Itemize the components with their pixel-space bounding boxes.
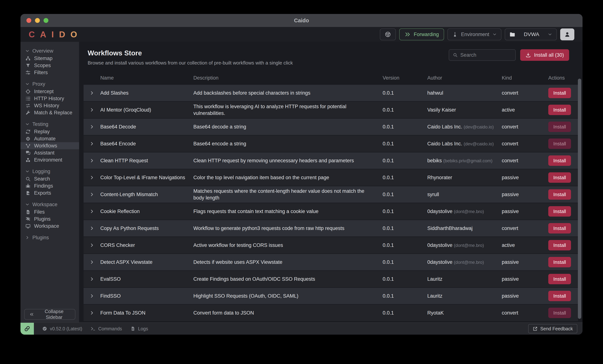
browser-icon <box>385 31 391 38</box>
workflow-name: Form Data To JSON <box>100 310 193 316</box>
install-button[interactable]: Install <box>548 308 571 318</box>
row-expand-icon[interactable] <box>89 90 95 96</box>
row-expand-icon[interactable] <box>89 175 95 180</box>
row-expand-icon[interactable] <box>89 141 95 146</box>
section-label: Overview <box>32 48 53 54</box>
install-all-button[interactable]: Install all (30) <box>520 49 569 61</box>
row-expand-icon[interactable] <box>89 192 95 197</box>
install-button[interactable]: Install <box>548 155 571 166</box>
sidebar-item-scopes[interactable]: Scopes <box>21 62 79 69</box>
sidebar-item-environment[interactable]: Environment <box>21 156 79 163</box>
install-button[interactable]: Install <box>548 206 571 217</box>
sidebar-item-match-replace[interactable]: Match & Replace <box>21 109 79 116</box>
search-input[interactable] <box>460 52 512 58</box>
sidebar-item-findings[interactable]: Findings <box>21 182 79 189</box>
table-row: Content-Length MismatchMatches requests … <box>83 186 578 203</box>
project-select[interactable]: DVWA <box>505 28 557 40</box>
sidebar-item-automate[interactable]: Automate <box>21 135 79 142</box>
chevron-down-icon <box>547 32 552 37</box>
workflow-author: 0daystolive (dont@me.bro) <box>427 209 502 214</box>
sidebar-item-plugins[interactable]: Plugins <box>21 215 79 222</box>
environment-label: Environment <box>461 32 489 37</box>
install-button[interactable]: Install <box>548 121 571 132</box>
file-export-icon <box>25 190 31 196</box>
workflow-author: 0daystolive (dont@me.bro) <box>427 259 502 265</box>
sidebar-section-header-plugins[interactable]: Plugins <box>21 234 79 242</box>
sidebar-item-http-history[interactable]: HTTP History <box>21 95 79 102</box>
project-label: DVWA <box>519 32 545 37</box>
forwarding-button[interactable]: Forwarding <box>399 28 444 40</box>
sidebar-item-files[interactable]: Files <box>21 208 79 215</box>
sidebar-item-sitemap[interactable]: Sitemap <box>21 55 79 62</box>
sidebar-item-intercept[interactable]: Intercept <box>21 88 79 95</box>
row-expand-icon[interactable] <box>89 310 95 316</box>
install-button[interactable]: Install <box>548 189 571 200</box>
install-button[interactable]: Install <box>548 257 571 267</box>
row-expand-icon[interactable] <box>89 276 95 282</box>
column-header-author: Author <box>427 75 502 81</box>
table-row: EvalSSOCreate Findings based on OAuth/OI… <box>83 271 578 287</box>
browser-button[interactable] <box>380 28 396 40</box>
collapse-sidebar-button[interactable]: Collapse Sidebar <box>24 309 75 320</box>
install-button[interactable]: Install <box>548 223 571 233</box>
sidebar-section-header-logging[interactable]: Logging <box>21 167 79 175</box>
install-button[interactable]: Install <box>548 291 571 301</box>
environment-select[interactable]: Environment <box>447 28 501 40</box>
minimize-window-button[interactable] <box>35 18 40 23</box>
row-expand-icon[interactable] <box>89 259 95 265</box>
connection-link-button[interactable] <box>21 323 34 335</box>
folder-icon <box>509 31 516 38</box>
workflow-version: 0.0.1 <box>383 243 427 248</box>
section-label: Logging <box>32 169 50 174</box>
install-button[interactable]: Install <box>548 172 571 183</box>
workflow-author-email: (dont@me.bro) <box>454 260 484 265</box>
row-expand-icon[interactable] <box>89 158 95 163</box>
workflow-name: Content-Length Mismatch <box>100 192 193 198</box>
sidebar-section-header-overview[interactable]: Overview <box>21 47 79 55</box>
close-window-button[interactable] <box>26 18 31 23</box>
commands-button[interactable]: Commands <box>91 326 122 331</box>
sidebar-section-header-workspace[interactable]: Workspace <box>21 201 79 208</box>
search-box <box>449 49 516 61</box>
maximize-window-button[interactable] <box>44 18 48 23</box>
logs-button[interactable]: Logs <box>130 326 148 331</box>
sidebar-item-filters[interactable]: Filters <box>21 69 79 76</box>
install-button[interactable]: Install <box>548 139 571 149</box>
sidebar-item-search[interactable]: Search <box>21 175 79 182</box>
workflow-name: AI Mentor (GroqCloud) <box>100 107 193 113</box>
row-expand-icon[interactable] <box>89 293 95 299</box>
send-feedback-button[interactable]: Send Feedback <box>528 324 577 333</box>
sidebar-item-workflows[interactable]: Workflows <box>21 142 79 149</box>
sidebar-item-workspace[interactable]: Workspace <box>21 222 79 230</box>
workflow-kind: convert <box>502 225 548 231</box>
store-header-text: Workflows Store Browse and install vario… <box>88 49 293 66</box>
sidebar-item-assistant[interactable]: Assistant <box>21 149 79 156</box>
section-label: Testing <box>32 121 48 127</box>
sidebar-section-header-testing[interactable]: Testing <box>21 120 79 128</box>
workflow-author: SiddharthBharadwaj <box>427 225 502 231</box>
check-circle-icon <box>42 326 47 331</box>
sidebar-item-replay[interactable]: Replay <box>21 128 79 135</box>
workflow-kind: passive <box>502 209 548 214</box>
install-button[interactable]: Install <box>548 240 571 250</box>
sidebar-section: LoggingSearchFindingsExports <box>21 167 79 197</box>
row-expand-icon[interactable] <box>89 209 95 214</box>
install-button[interactable]: Install <box>548 88 571 98</box>
sidebar-section-header-proxy[interactable]: Proxy <box>21 80 79 88</box>
sidebar-item-exports[interactable]: Exports <box>21 189 79 197</box>
user-account-button[interactable] <box>560 28 574 40</box>
row-expand-icon[interactable] <box>89 225 95 231</box>
sidebar-item-ws-history[interactable]: WS History <box>21 102 79 109</box>
chevron-down-icon <box>25 122 30 127</box>
sidebar-section: TestingReplayAutomateWorkflowsAssistantE… <box>21 120 79 163</box>
sidebar-section: OverviewSitemapScopesFilters <box>21 47 79 76</box>
install-button[interactable]: Install <box>548 105 571 115</box>
vertical-scrollbar[interactable] <box>578 79 581 319</box>
flask-icon <box>452 31 458 38</box>
row-expand-icon[interactable] <box>89 124 95 130</box>
row-expand-icon[interactable] <box>89 107 95 113</box>
row-expand-icon[interactable] <box>89 243 95 248</box>
table-row: Clean HTTP RequestClean HTTP request by … <box>83 153 578 169</box>
install-button[interactable]: Install <box>548 274 571 284</box>
logs-label: Logs <box>138 326 148 331</box>
